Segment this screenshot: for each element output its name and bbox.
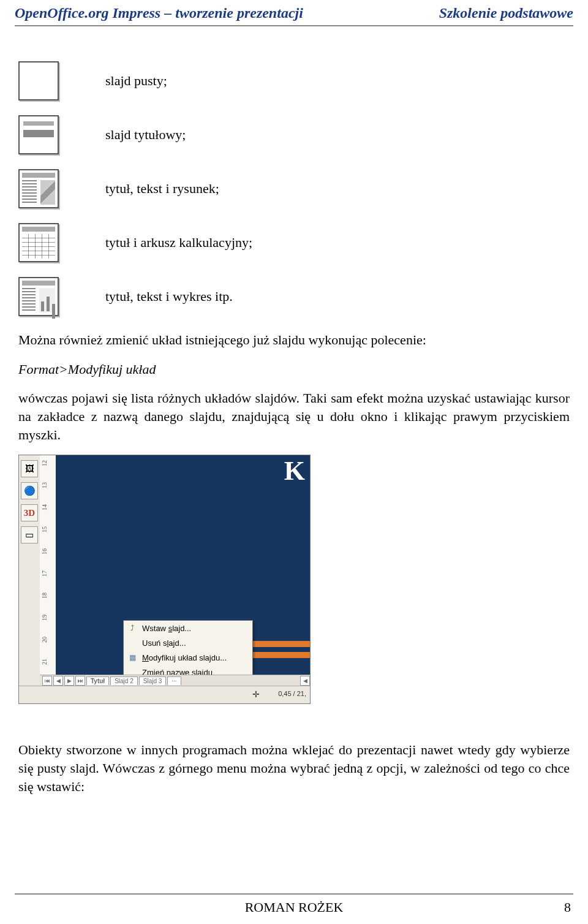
ruler-tick: 21 [41, 651, 48, 665]
slide-tab[interactable]: Slajd 2 [110, 676, 138, 685]
layout-option: slajd pusty; [18, 61, 570, 100]
paragraph: Obiekty stworzone w innych programach mo… [18, 741, 570, 795]
layout-option: tytuł, tekst i rysunek; [18, 169, 570, 208]
layout-option: tytuł, tekst i wykres itp. [18, 277, 570, 316]
ruler-tick: 18 [41, 585, 48, 599]
toolbar-button-icon[interactable]: 🖼 [21, 460, 38, 477]
page-number: 8 [564, 899, 571, 915]
layout-option: slajd tytułowy; [18, 115, 570, 154]
tab-nav-first-icon[interactable]: ⏮ [42, 676, 52, 686]
header-left: OpenOffice.org Impress – tworzenie preze… [15, 5, 303, 21]
header-rule [15, 25, 573, 26]
slide-tab-active[interactable]: Tytuł [86, 676, 109, 685]
slide-tab[interactable]: Slajd 3 [139, 676, 167, 685]
menu-item-label: Wstaw slajd... [142, 624, 191, 633]
ruler-tick: 20 [41, 629, 48, 643]
menu-item-modify-layout[interactable]: ▦ Modyfikuj układ slajdu... [124, 650, 252, 665]
header-right: Szkolenie podstawowe [439, 5, 573, 21]
footer-author: ROMAN ROŻEK [0, 899, 588, 915]
slide-tabstrip: ⏮ ◀ ▶ ⏭ Tytuł Slajd 2 Slajd 3 ··· ◀ [40, 675, 310, 686]
slide-layout-empty-icon [18, 61, 59, 100]
tab-nav-last-icon[interactable]: ⏭ [75, 676, 85, 686]
layout-label: tytuł, tekst i rysunek; [105, 181, 219, 197]
tab-nav-next-icon[interactable]: ▶ [64, 676, 74, 686]
footer-rule [15, 893, 573, 895]
menu-item-label: Usuń slajd... [142, 638, 186, 648]
menu-item-label: Modyfikuj układ slajdu... [142, 653, 227, 662]
toolbar-button-icon[interactable]: ▭ [21, 526, 38, 543]
ruler-tick: 13 [41, 475, 48, 488]
scroll-left-icon[interactable]: ◀ [300, 676, 310, 686]
ruler-tick: 16 [41, 541, 48, 555]
slide-layout-text-image-icon [18, 169, 59, 208]
slide-layout-spreadsheet-icon [18, 223, 59, 262]
status-bar: ✛ 0,45 / 21, [19, 686, 310, 703]
layout-label: slajd tytułowy; [105, 127, 186, 143]
blank-icon [127, 638, 137, 648]
layout-label: tytuł, tekst i wykres itp. [105, 289, 233, 305]
ruler-tick: 15 [41, 519, 48, 532]
page-body: slajd pusty; slajd tytułowy; tytuł, teks… [18, 61, 570, 807]
menu-item-insert-slide[interactable]: ⤴ Wstaw slajd... [124, 621, 252, 635]
layout-label: tytuł i arkusz kalkulacyjny; [105, 235, 252, 251]
paragraph: wówczas pojawi się lista różnych układów… [18, 389, 570, 444]
ruler-tick: 14 [41, 497, 48, 510]
slide-layout-chart-icon [18, 277, 59, 316]
slide-title-letter: K [284, 455, 305, 487]
vertical-ruler: 12 13 14 15 16 17 18 19 20 21 [40, 455, 56, 686]
menu-path: Format>Modyfikuj układ [18, 360, 570, 379]
crosshair-icon: ✛ [252, 689, 260, 699]
menu-item-delete-slide[interactable]: Usuń slajd... [124, 635, 252, 650]
impress-screenshot: 🖼 🔵 3D ▭ 12 13 14 15 16 17 18 19 20 21 K… [18, 455, 311, 704]
ruler-tick: 17 [41, 563, 48, 577]
context-menu: ⤴ Wstaw slajd... Usuń slajd... ▦ Modyfik… [123, 620, 253, 680]
ruler-tick: 19 [41, 607, 48, 621]
slide-tab-more[interactable]: ··· [167, 676, 181, 685]
paragraph: Można również zmienić układ istniejącego… [18, 331, 570, 349]
layout-option: tytuł i arkusz kalkulacyjny; [18, 223, 570, 262]
slide-layout-title-icon [18, 115, 59, 154]
status-coordinates: 0,45 / 21, [278, 690, 306, 697]
insert-slide-icon: ⤴ [127, 623, 137, 633]
page-header: OpenOffice.org Impress – tworzenie preze… [0, 0, 588, 29]
toolbar-button-icon[interactable]: 🔵 [21, 482, 38, 499]
modify-layout-icon: ▦ [127, 653, 137, 662]
vertical-toolbar: 🖼 🔵 3D ▭ [19, 455, 40, 686]
toolbar-3d-icon[interactable]: 3D [21, 504, 38, 521]
ruler-tick: 12 [41, 455, 48, 466]
layout-label: slajd pusty; [105, 73, 167, 89]
tab-nav-prev-icon[interactable]: ◀ [53, 676, 63, 686]
